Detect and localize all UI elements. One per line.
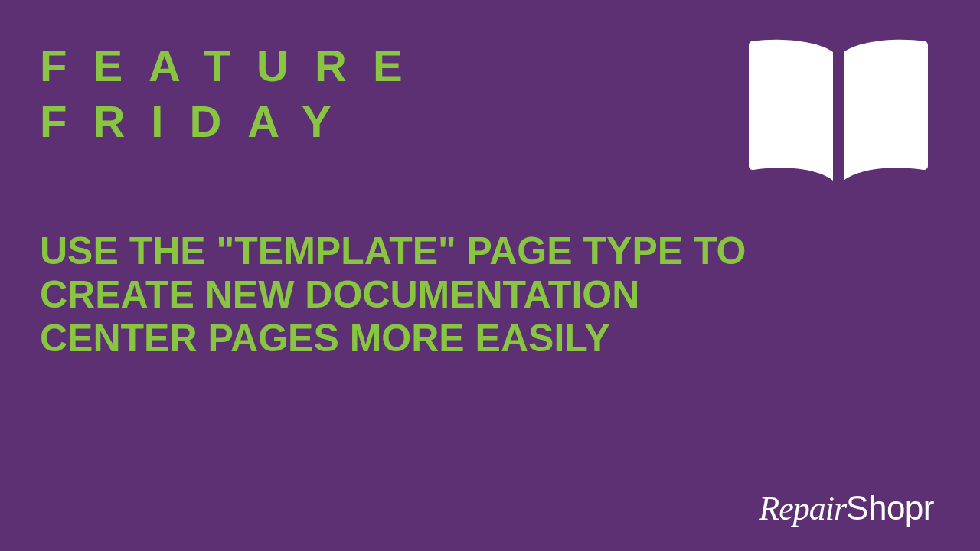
brand-plain-part: Shopr (846, 489, 934, 527)
feature-friday-title: FEATURE FRIDAY (40, 38, 429, 149)
brand-script-part: Repair (759, 490, 846, 527)
book-open-icon (743, 37, 934, 186)
subtitle-text: USE THE "TEMPLATE" PAGE TYPE TO CREATE N… (40, 230, 805, 360)
title-line-1: FEATURE (40, 38, 429, 94)
brand-logo: RepairShopr (759, 489, 934, 528)
title-line-2: FRIDAY (40, 94, 429, 150)
